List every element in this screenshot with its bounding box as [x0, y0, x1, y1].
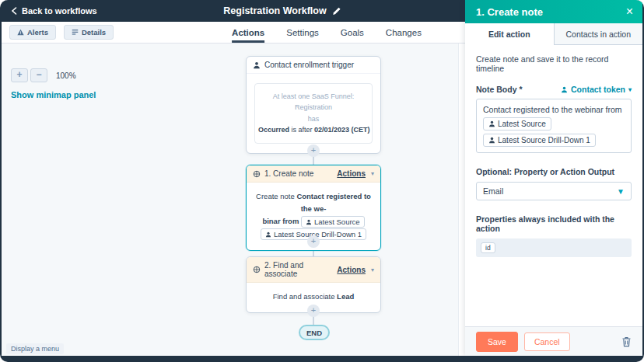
- property-chip-id: id: [481, 242, 495, 253]
- back-to-workflows-link[interactable]: Back to workflows: [11, 0, 97, 22]
- optional-output-label: Optional: Property or Action Output: [476, 167, 632, 176]
- zoom-level: 100%: [56, 71, 76, 80]
- pencil-icon[interactable]: [333, 7, 341, 16]
- close-icon[interactable]: ×: [626, 5, 633, 18]
- tab-contacts-in-action[interactable]: Contacts in action: [554, 23, 643, 45]
- panel-footer: Save Cancel: [465, 326, 642, 356]
- create-note-node-header: 1. Create note Actions ▾: [247, 165, 380, 183]
- token-chip-label: Latest Source: [498, 120, 546, 128]
- person-icon: [265, 231, 271, 238]
- add-action-button-3[interactable]: +: [307, 305, 320, 317]
- note-body-label: Note Body *: [476, 85, 523, 94]
- node2-actions-menu[interactable]: Actions: [337, 266, 366, 274]
- person-icon: [253, 61, 261, 69]
- token-chip-latest-source-drilldown[interactable]: Latest Source Drill-Down 1: [483, 134, 596, 147]
- details-label: Details: [82, 28, 106, 37]
- back-label: Back to workflows: [22, 6, 97, 16]
- alerts-label: Alerts: [27, 28, 48, 37]
- workflow-title: Registration Workflow: [223, 0, 341, 22]
- zoom-in-button[interactable]: +: [11, 68, 28, 82]
- workflow-workspace: Back to workflows Registration Workflow …: [2, 0, 465, 356]
- details-list-icon: [72, 29, 79, 36]
- add-action-button-2[interactable]: +: [307, 235, 320, 248]
- workflow-title-text: Registration Workflow: [223, 5, 326, 16]
- alerts-button[interactable]: Alerts: [9, 25, 56, 40]
- trigger-node-title: Contact enrollment trigger: [264, 61, 374, 69]
- gear-icon: [253, 266, 261, 273]
- properties-included-label: Properties always included with the acti…: [476, 214, 632, 233]
- find-associate-node-title: 2. Find and associate: [264, 261, 333, 278]
- caret-down-icon: ▼: [617, 187, 625, 196]
- trigger-mid: is after: [292, 126, 313, 134]
- add-action-button-1[interactable]: +: [307, 144, 320, 157]
- trigger-condition[interactable]: At least one SaaS Funnel: Registration h…: [254, 83, 373, 144]
- warning-triangle-icon: [17, 29, 24, 36]
- trigger-node-header: Contact enrollment trigger: [247, 57, 380, 74]
- caret-down-icon: ▾: [371, 170, 374, 177]
- panel-title: 1. Create note: [476, 6, 626, 18]
- chevron-left-icon: [11, 7, 17, 15]
- select-value: Email: [483, 186, 503, 196]
- trigger-node[interactable]: Contact enrollment trigger At least one …: [246, 56, 381, 154]
- contact-token-label: Contact token: [571, 85, 625, 94]
- node2-text-pre: Find and associate: [273, 292, 335, 301]
- trash-icon[interactable]: [621, 336, 632, 347]
- create-note-node-title: 1. Create note: [264, 169, 333, 178]
- panel-tabs: Edit action Contacts in action: [465, 23, 642, 45]
- token-chip-latest-source[interactable]: Latest Source: [301, 216, 365, 228]
- node1-text-bold-b: binar from: [262, 217, 299, 225]
- person-icon: [306, 219, 312, 225]
- note-body-text: Contact registered to the webinar from: [483, 105, 625, 114]
- properties-included-box: id: [476, 238, 632, 257]
- property-output-select[interactable]: Email ▼: [476, 182, 632, 200]
- display-menu-hint: Display a menu: [6, 343, 64, 354]
- workflow-tabs: Actions Settings Goals Changes: [232, 22, 422, 43]
- tab-changes[interactable]: Changes: [386, 22, 422, 43]
- details-button[interactable]: Details: [64, 25, 114, 40]
- tab-actions[interactable]: Actions: [232, 22, 264, 43]
- trigger-date: 02/01/2023 (CET): [314, 126, 370, 134]
- tab-edit-action[interactable]: Edit action: [465, 23, 554, 45]
- panel-body: Create note and save it to the record ti…: [465, 45, 642, 326]
- person-icon: [488, 120, 495, 127]
- show-minimap-link[interactable]: Show minimap panel: [11, 90, 96, 99]
- caret-down-icon: ▾: [371, 266, 374, 273]
- token-chip-latest-source[interactable]: Latest Source: [483, 117, 551, 131]
- find-associate-node-header: 2. Find and associate Actions ▾: [247, 257, 380, 283]
- app-window: Back to workflows Registration Workflow …: [0, 0, 644, 362]
- canvas-scrollbar[interactable]: [458, 44, 465, 356]
- action-description: Create note and save it to the record ti…: [476, 54, 632, 73]
- token-chip-label: Latest Source: [314, 216, 360, 228]
- cancel-button[interactable]: Cancel: [524, 332, 570, 351]
- trigger-occurred: Occurred: [258, 126, 289, 134]
- trigger-condition-line1: At least one SaaS Funnel: Registration: [273, 92, 355, 111]
- note-body-field[interactable]: Contact registered to the webinar from L…: [476, 99, 632, 153]
- person-icon: [561, 86, 568, 93]
- zoom-controls: + − 100%: [11, 68, 76, 82]
- tab-goals[interactable]: Goals: [341, 22, 364, 43]
- tab-settings[interactable]: Settings: [286, 22, 319, 43]
- workflow-canvas[interactable]: + − 100% Show minimap panel Contact enro…: [2, 44, 465, 356]
- save-button[interactable]: Save: [476, 332, 518, 352]
- node2-text-bold: Lead: [337, 292, 354, 301]
- top-navigation-bar: Back to workflows Registration Workflow: [2, 0, 465, 22]
- workflow-end-node: END: [299, 325, 330, 340]
- caret-down-icon: ▾: [628, 86, 632, 93]
- person-icon: [488, 137, 495, 144]
- trigger-condition-line2: has: [308, 115, 320, 123]
- contact-token-link[interactable]: Contact token ▾: [561, 85, 632, 94]
- panel-header: 1. Create note ×: [465, 0, 642, 23]
- node1-text-pre: Create note: [256, 192, 295, 200]
- workflow-toolbar: Alerts Details Actions Settings Goals Ch…: [2, 22, 465, 44]
- node1-text-bold-a: Contact registered to the we-: [296, 192, 371, 213]
- gear-icon: [253, 170, 261, 178]
- edit-action-panel: 1. Create note × Edit action Contacts in…: [465, 0, 642, 356]
- zoom-out-button[interactable]: −: [30, 68, 47, 82]
- node1-actions-menu[interactable]: Actions: [337, 169, 366, 178]
- token-chip-label: Latest Source Drill-Down 1: [498, 136, 590, 144]
